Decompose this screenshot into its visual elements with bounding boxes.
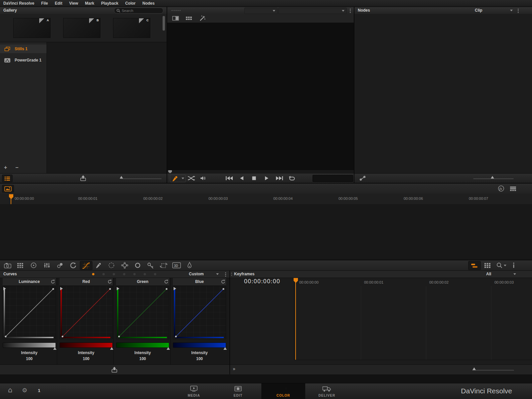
curves-page-dot-1[interactable] bbox=[92, 273, 94, 275]
color-picker-button[interactable] bbox=[170, 175, 186, 182]
nodes-graph-area[interactable] bbox=[354, 14, 532, 174]
key-icon[interactable] bbox=[147, 262, 154, 269]
reset-icon[interactable] bbox=[51, 279, 55, 284]
tab-edit[interactable]: EDIT bbox=[225, 383, 251, 399]
curves-preset-select[interactable]: Custom bbox=[189, 271, 204, 278]
intensity-value[interactable]: 100 bbox=[116, 356, 169, 361]
viewer-viewport[interactable] bbox=[167, 23, 354, 170]
loop-button[interactable] bbox=[288, 176, 296, 181]
stop-button[interactable] bbox=[252, 176, 256, 180]
node-connector-icon[interactable] bbox=[359, 176, 366, 181]
intensity-slider-thumb[interactable] bbox=[53, 347, 57, 350]
split-screen-icon[interactable] bbox=[172, 16, 179, 21]
color-wheels-icon[interactable] bbox=[17, 263, 24, 268]
curves-page-dot-7[interactable] bbox=[154, 273, 156, 275]
reset-icon[interactable] bbox=[164, 279, 169, 284]
stereo-3d-icon[interactable]: 3D bbox=[172, 262, 181, 268]
intensity-slider[interactable] bbox=[60, 342, 113, 348]
goto-end-button[interactable] bbox=[276, 176, 283, 180]
enhanced-viewer-wand-icon[interactable] bbox=[199, 15, 206, 22]
intensity-value[interactable]: 100 bbox=[3, 356, 56, 361]
reset-icon[interactable] bbox=[107, 279, 112, 284]
clip-list-icon[interactable] bbox=[510, 186, 516, 191]
clips-grid-icon[interactable] bbox=[484, 263, 491, 268]
info-icon[interactable] bbox=[512, 262, 515, 268]
home-icon[interactable]: ⌂ bbox=[8, 386, 12, 394]
menu-playback[interactable]: Playback bbox=[98, 0, 121, 7]
primaries-wheel-icon[interactable] bbox=[30, 262, 37, 269]
viewer-scrub-playhead[interactable] bbox=[168, 170, 172, 173]
menu-file[interactable]: File bbox=[39, 0, 51, 7]
intensity-slider-thumb[interactable] bbox=[223, 347, 227, 350]
keyframes-filter-select[interactable]: All bbox=[486, 271, 491, 278]
gallery-search[interactable]: Search bbox=[114, 8, 163, 14]
fx-icon[interactable]: fx bbox=[498, 185, 504, 192]
rgb-mixer-icon[interactable] bbox=[44, 262, 50, 269]
step-back-button[interactable] bbox=[240, 176, 244, 180]
gallery-zoom-slider[interactable] bbox=[120, 178, 162, 179]
gallery-list-view-button[interactable] bbox=[2, 175, 13, 182]
curves-page-dot-3[interactable] bbox=[113, 273, 115, 275]
remove-album-button[interactable]: − bbox=[15, 165, 18, 171]
audio-mute-icon[interactable] bbox=[200, 176, 206, 181]
intensity-value[interactable]: 100 bbox=[60, 356, 113, 361]
power-window-icon[interactable] bbox=[108, 262, 115, 269]
keyframes-ruler[interactable]: 00:00:00:00 00:00:00:01 00:00:00:02 00:0… bbox=[294, 278, 532, 286]
qualifier-icon[interactable] bbox=[95, 262, 102, 269]
curve-editor[interactable] bbox=[173, 286, 226, 339]
still-thumb-b[interactable]: B bbox=[63, 18, 100, 38]
goto-start-button[interactable] bbox=[226, 176, 233, 180]
viewer-dropdown-right[interactable] bbox=[278, 8, 347, 14]
zoom-search-icon[interactable] bbox=[496, 262, 502, 268]
viewer-drag-handle[interactable] bbox=[172, 10, 173, 11]
intensity-slider[interactable] bbox=[116, 342, 169, 348]
curve-editor[interactable] bbox=[116, 286, 169, 339]
menu-app[interactable]: DaVinci Resolve bbox=[1, 0, 37, 7]
curves-page-dot-6[interactable] bbox=[144, 273, 146, 275]
curves-palette-button-active[interactable] bbox=[80, 261, 92, 270]
curves-options-icon[interactable] bbox=[225, 272, 226, 273]
intensity-slider-thumb[interactable] bbox=[110, 347, 113, 350]
chevron-down-icon[interactable] bbox=[504, 265, 506, 266]
viewer-options-icon[interactable] bbox=[350, 9, 351, 10]
album-powergrade-1[interactable]: PowerGrade 1 bbox=[0, 56, 47, 65]
expand-chevrons-icon[interactable]: » bbox=[233, 366, 235, 371]
menu-nodes[interactable]: Nodes bbox=[140, 0, 157, 7]
blur-icon[interactable] bbox=[134, 262, 141, 269]
chevron-down-icon[interactable] bbox=[510, 10, 513, 11]
grab-still-icon[interactable] bbox=[80, 175, 86, 181]
gallery-zoom-thumb[interactable] bbox=[120, 176, 123, 179]
split-swap-icon[interactable] bbox=[187, 176, 195, 181]
reset-icon[interactable] bbox=[221, 279, 225, 284]
still-thumb-c[interactable]: C bbox=[113, 18, 150, 38]
sizing-icon[interactable] bbox=[160, 262, 167, 269]
curves-page-dot-2[interactable] bbox=[102, 273, 105, 275]
grab-still-icon[interactable] bbox=[111, 367, 118, 373]
menu-edit[interactable]: Edit bbox=[52, 0, 65, 7]
nodes-options-icon[interactable] bbox=[518, 9, 519, 10]
keyframes-panel-toggle-active[interactable] bbox=[468, 261, 481, 270]
viewer-dropdown-left[interactable] bbox=[244, 8, 278, 14]
stills-scrollbar[interactable] bbox=[163, 16, 165, 31]
motion-effects-swirl-icon[interactable] bbox=[69, 262, 76, 269]
play-button[interactable] bbox=[265, 176, 269, 180]
grid-view-icon[interactable] bbox=[186, 16, 192, 21]
nodes-mode-select[interactable]: Clip bbox=[475, 7, 482, 14]
curve-editor[interactable] bbox=[3, 286, 56, 339]
album-stills-1[interactable]: Stills 1 bbox=[0, 45, 47, 53]
intensity-slider[interactable] bbox=[3, 342, 56, 348]
tracker-icon[interactable] bbox=[121, 262, 128, 269]
add-album-button[interactable]: + bbox=[4, 165, 7, 171]
keyframes-zoom-thumb[interactable] bbox=[472, 367, 476, 370]
color-match-icon[interactable] bbox=[57, 262, 63, 269]
keyframes-zoom-slider[interactable] bbox=[472, 370, 514, 371]
curves-page-dot-5[interactable] bbox=[133, 273, 136, 275]
menu-color[interactable]: Color bbox=[122, 0, 138, 7]
still-thumb-a[interactable]: A bbox=[13, 18, 51, 38]
intensity-value[interactable]: 100 bbox=[173, 356, 226, 361]
motion-blur-flame-icon[interactable] bbox=[187, 262, 193, 269]
menu-view[interactable]: View bbox=[66, 0, 81, 7]
timeline-clips-area[interactable] bbox=[0, 204, 532, 260]
curves-page-dot-4[interactable] bbox=[123, 273, 125, 275]
clips-thumbnail-toggle[interactable] bbox=[2, 185, 14, 193]
